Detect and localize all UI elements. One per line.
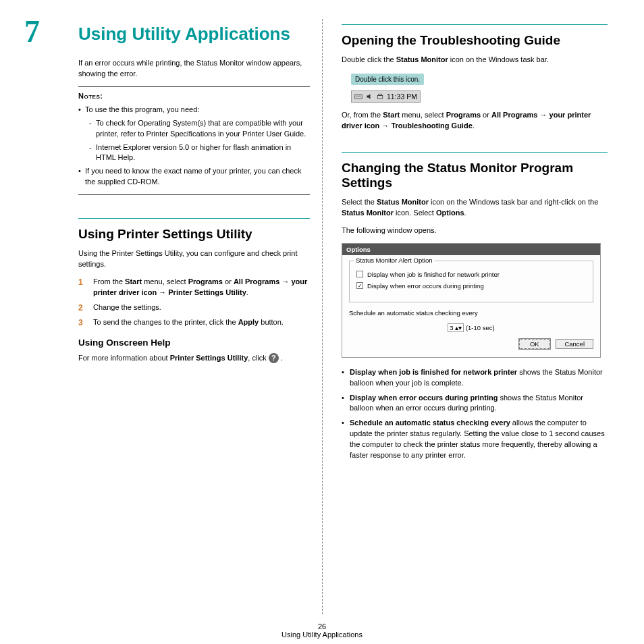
checkbox-row[interactable]: ✓ Display when error occurs during print… xyxy=(356,282,586,290)
cancel-button[interactable]: Cancel xyxy=(556,339,593,349)
checkbox-label: Display when job is finished for network… xyxy=(367,271,500,278)
interval-spinner[interactable]: 3 ▴▾ xyxy=(448,323,464,332)
step-item: Change the settings. xyxy=(78,302,310,313)
section-rule xyxy=(342,152,608,153)
paragraph: Or, from the Start menu, select Programs… xyxy=(342,110,608,132)
alert-option-fieldset: Status Monitor Alert Option Display when… xyxy=(349,261,593,302)
schedule-label: Schedule an automatic status checking ev… xyxy=(349,309,593,317)
interval-unit: (1-10 sec) xyxy=(466,324,495,331)
ok-button[interactable]: OK xyxy=(519,339,550,349)
footer-title: Using Utility Applications xyxy=(0,630,644,639)
paragraph: Select the Status Monitor icon on the Wi… xyxy=(342,197,608,219)
svg-rect-2 xyxy=(377,95,383,99)
taskbar-tray: 11:33 PM xyxy=(351,90,421,103)
notes-label: Notes: xyxy=(78,92,103,100)
callout-label: Double click this icon. xyxy=(351,74,424,85)
section-intro: Using the Printer Settings Utility, you … xyxy=(78,248,310,270)
note-item: If you need to know the exact name of yo… xyxy=(78,166,310,188)
section-rule xyxy=(78,218,310,219)
tray-figure: Double click this icon. 11:33 PM xyxy=(351,72,601,103)
fieldset-legend: Status Monitor Alert Option xyxy=(354,257,435,264)
note-subitem: To check for Operating System(s) that ar… xyxy=(85,118,310,140)
audio-icon xyxy=(365,92,373,101)
dialog-titlebar: Options xyxy=(342,244,600,255)
list-item: Display when job is finished for network… xyxy=(342,367,608,389)
right-column: Opening the Troubleshooting Guide Double… xyxy=(322,19,620,614)
chapter-title: Using Utility Applications xyxy=(36,24,310,45)
option-explain-list: Display when job is finished for network… xyxy=(342,367,608,462)
printer-icon xyxy=(376,92,384,101)
step-item: From the Start menu, select Programs or … xyxy=(78,277,310,298)
help-paragraph: For more information about Printer Setti… xyxy=(78,353,310,364)
notes-block: Notes: To use the this program, you need… xyxy=(78,87,310,195)
keyboard-icon xyxy=(354,92,363,101)
schedule-row: 3 ▴▾ (1-10 sec) xyxy=(349,323,593,332)
list-item: Display when error occurs during printin… xyxy=(342,393,608,414)
svg-rect-3 xyxy=(379,94,382,95)
left-column: Using Utility Applications If an error o… xyxy=(24,19,322,614)
note-item: To use the this program, you need: To ch… xyxy=(78,105,310,164)
intro-paragraph: If an error occurs while printing, the S… xyxy=(78,58,310,80)
page-number: 26 xyxy=(0,622,644,630)
tray-clock: 11:33 PM xyxy=(387,92,417,101)
svg-rect-0 xyxy=(355,95,363,99)
paragraph: The following window opens. xyxy=(342,225,608,236)
paragraph: Double click the Status Monitor icon on … xyxy=(342,55,608,65)
note-subitem: Internet Explorer version 5.0 or higher … xyxy=(85,142,310,164)
section-rule xyxy=(342,24,608,25)
checkbox-label: Display when error occurs during printin… xyxy=(367,282,484,290)
page-footer: 26 Using Utility Applications xyxy=(0,622,644,639)
section-heading-status-monitor-settings: Changing the Status Monitor Program Sett… xyxy=(342,161,608,190)
notes-rule-bottom xyxy=(78,194,310,195)
section-heading-printer-settings: Using Printer Settings Utility xyxy=(78,227,310,242)
steps-list: From the Start menu, select Programs or … xyxy=(78,277,310,328)
checkbox-row[interactable]: Display when job is finished for network… xyxy=(356,271,586,278)
step-item: To send the changes to the printer, clic… xyxy=(78,317,310,328)
options-dialog: Options Status Monitor Alert Option Disp… xyxy=(342,243,601,358)
checkbox-unchecked-icon[interactable] xyxy=(356,271,363,277)
subheading-onscreen-help: Using Onscreen Help xyxy=(78,338,310,348)
help-icon: ? xyxy=(269,353,279,363)
list-item: Schedule an automatic status checking ev… xyxy=(342,418,608,461)
checkbox-checked-icon[interactable]: ✓ xyxy=(356,282,363,289)
section-heading-troubleshooting: Opening the Troubleshooting Guide xyxy=(342,33,608,48)
chapter-number: 7 xyxy=(24,14,40,49)
